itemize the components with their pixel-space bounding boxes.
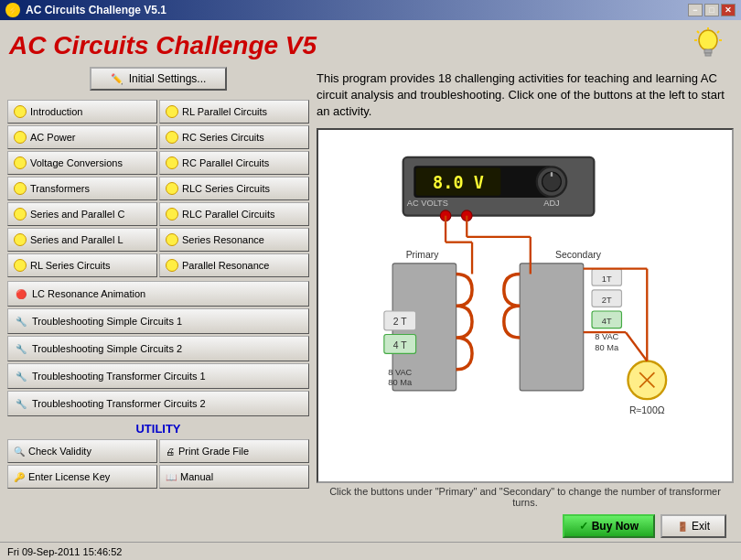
- initial-settings-button[interactable]: Initial Settings...: [90, 67, 227, 91]
- nav-transformers[interactable]: Transformers: [7, 177, 157, 200]
- bulb-icon: [166, 259, 178, 272]
- nav-troubleshoot-simple-2[interactable]: Troubleshooting Simple Circuits 2: [7, 336, 309, 361]
- svg-text:80 Ma: 80 Ma: [595, 342, 619, 351]
- status-bar: Fri 09-Sep-2011 15:46:52: [0, 542, 741, 560]
- nav-rl-parallel[interactable]: RL Parallel Circuits: [159, 100, 309, 124]
- door-icon: [677, 520, 688, 533]
- nav-ac-power[interactable]: AC Power: [7, 125, 157, 149]
- buy-now-button[interactable]: ✓ Buy Now: [563, 514, 655, 538]
- utility-buttons: Check Validity Print Grade File Enter Li…: [7, 439, 309, 489]
- circuit-svg: 8.0 V AC VOLTS ADJ Primary: [318, 130, 732, 481]
- minimize-button[interactable]: −: [688, 4, 703, 16]
- bulb-icon: [14, 259, 27, 272]
- svg-text:AC VOLTS: AC VOLTS: [407, 199, 448, 208]
- wrench-icon: [16, 398, 27, 409]
- datetime-text: Fri 09-Sep-2011 15:46:52: [7, 546, 122, 557]
- description-text: This program provides 18 challenging act…: [317, 67, 734, 128]
- wrench-icon: [16, 371, 27, 382]
- bulb-icon: [14, 182, 27, 195]
- svg-text:Primary: Primary: [406, 250, 440, 260]
- bulb-icon: [14, 233, 27, 246]
- bulb-icon: [166, 156, 178, 169]
- window-controls: − □ ✕: [688, 4, 736, 16]
- bulb-icon: [14, 156, 27, 169]
- check-mark: ✓: [579, 520, 588, 533]
- close-button[interactable]: ✕: [721, 4, 736, 16]
- svg-text:R≈100Ω: R≈100Ω: [629, 405, 665, 415]
- bulb-icon: [166, 131, 178, 144]
- title-bar-text: AC Circuits Challenge V5.1: [26, 4, 166, 16]
- nav-rc-series[interactable]: RC Series Circuits: [159, 125, 309, 149]
- nav-rlc-series[interactable]: RLC Series Circuits: [159, 177, 309, 200]
- nav-buttons-grid: Introduction RL Parallel Circuits AC Pow…: [7, 100, 309, 277]
- bulb-icon: [166, 233, 178, 246]
- app-icon: ⚡: [5, 3, 20, 17]
- nav-rc-parallel[interactable]: RC Parallel Circuits: [159, 151, 309, 175]
- manual-button[interactable]: Manual: [159, 465, 309, 489]
- bulb-icon: [14, 131, 27, 144]
- wrench-icon: [16, 316, 27, 327]
- svg-point-0: [699, 30, 717, 50]
- bulb-icon: [166, 182, 178, 195]
- left-panel: Initial Settings... Introduction RL Para…: [7, 67, 309, 542]
- svg-text:4 T: 4 T: [393, 339, 408, 350]
- maximize-button[interactable]: □: [704, 4, 719, 16]
- svg-rect-2: [705, 53, 711, 56]
- wrench-icon: [16, 343, 27, 354]
- app-header: AC Circuits Challenge V5: [0, 20, 741, 67]
- nav-parallel-resonance[interactable]: Parallel Resonance: [159, 253, 309, 277]
- bulb-icon: [14, 105, 27, 118]
- nav-troubleshoot-transformer-2[interactable]: Troubleshooting Transformer Circuits 2: [7, 391, 309, 416]
- nav-series-parallel-c[interactable]: Series and Parallel C: [7, 202, 157, 226]
- nav-lc-animation[interactable]: LC Resonance Animation: [7, 281, 309, 307]
- check-icon: [14, 446, 25, 457]
- check-validity-button[interactable]: Check Validity: [7, 439, 157, 463]
- bulb-icon: [166, 208, 178, 221]
- nav-troubleshoot-transformer-1[interactable]: Troubleshooting Transformer Circuits 1: [7, 363, 309, 389]
- bulb-icon: [14, 208, 27, 221]
- svg-text:2 T: 2 T: [393, 317, 408, 327]
- enter-license-button[interactable]: Enter License Key: [7, 465, 157, 489]
- content-area: Initial Settings... Introduction RL Para…: [0, 67, 741, 542]
- key-icon: [14, 471, 25, 482]
- svg-text:2T: 2T: [602, 295, 612, 304]
- nav-voltage-conversions[interactable]: Voltage Conversions: [7, 151, 157, 175]
- title-bar: ⚡ AC Circuits Challenge V5.1 − □ ✕: [0, 0, 741, 20]
- svg-text:8.0 V: 8.0 V: [433, 172, 484, 191]
- print-grade-button[interactable]: Print Grade File: [159, 439, 309, 463]
- main-window: AC Circuits Challenge V5 Initial Setting: [0, 20, 741, 560]
- right-panel: This program provides 18 challenging act…: [317, 67, 734, 542]
- nav-rl-series[interactable]: RL Series Circuits: [7, 253, 157, 277]
- nav-series-parallel-l[interactable]: Series and Parallel L: [7, 228, 157, 252]
- svg-rect-1: [704, 49, 712, 53]
- svg-line-4: [717, 31, 719, 33]
- nav-rlc-parallel[interactable]: RLC Parallel Circuits: [159, 202, 309, 226]
- animation-icon: [16, 288, 27, 299]
- pencil-icon: [111, 72, 124, 85]
- nav-troubleshoot-simple-1[interactable]: Troubleshooting Simple Circuits 1: [7, 308, 309, 334]
- svg-text:4T: 4T: [602, 316, 612, 325]
- circuit-caption: Click the buttons under "Primary" and "S…: [317, 483, 734, 511]
- svg-text:ADJ: ADJ: [543, 199, 560, 208]
- svg-text:Secondary: Secondary: [555, 250, 602, 260]
- svg-text:1T: 1T: [602, 274, 612, 283]
- svg-line-47: [626, 332, 647, 361]
- nav-series-resonance[interactable]: Series Resonance: [159, 228, 309, 252]
- utility-label: UTILITY: [7, 418, 309, 437]
- svg-rect-27: [520, 263, 584, 390]
- circuit-display: 8.0 V AC VOLTS ADJ Primary: [317, 128, 734, 483]
- svg-line-5: [697, 31, 699, 33]
- app-title: AC Circuits Challenge V5: [9, 31, 317, 60]
- print-icon: [166, 446, 175, 457]
- lightbulb-icon: [692, 27, 725, 60]
- book-icon: [166, 471, 177, 482]
- bulb-icon: [166, 105, 178, 118]
- nav-introduction[interactable]: Introduction: [7, 100, 157, 124]
- svg-text:8 VAC: 8 VAC: [388, 367, 412, 376]
- svg-text:8 VAC: 8 VAC: [595, 332, 618, 341]
- bottom-buttons: ✓ Buy Now Exit: [317, 511, 734, 542]
- svg-text:80 Ma: 80 Ma: [388, 378, 413, 387]
- exit-button[interactable]: Exit: [660, 514, 726, 538]
